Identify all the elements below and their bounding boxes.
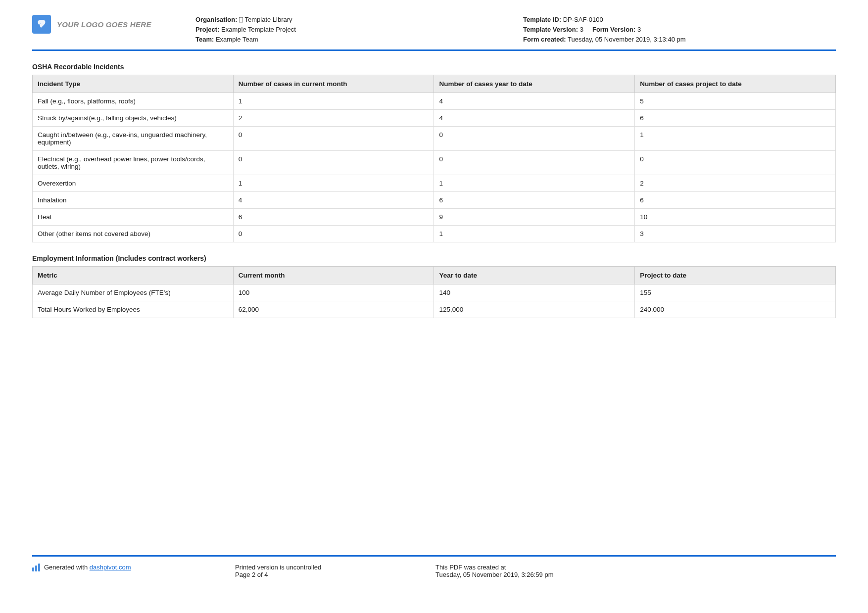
section-title-osha: OSHA Recordable Incidents — [32, 63, 836, 71]
table-row: Average Daily Number of Employees (FTE's… — [33, 284, 836, 301]
table-row: Struck by/against(e.g., falling objects,… — [33, 110, 836, 127]
table-header: Project to date — [635, 267, 836, 284]
table-cell: 2 — [635, 175, 836, 192]
table-cell: Total Hours Worked by Employees — [33, 301, 234, 318]
table-cell: 155 — [635, 284, 836, 301]
page-number-text: Page 2 of 4 — [235, 571, 435, 578]
table-cell: 6 — [434, 192, 635, 209]
table-cell: 1 — [434, 226, 635, 242]
table-cell: 5 — [635, 93, 836, 110]
table-cell: 1 — [233, 93, 434, 110]
table-row: Overexertion112 — [33, 175, 836, 192]
header-meta-left: Organisation: ⎕ Template Library Project… — [195, 15, 508, 45]
document-footer: Generated with dashpivot.com Printed ver… — [32, 555, 836, 578]
table-cell: 10 — [635, 209, 836, 226]
section-title-employment: Employment Information (Includes contrac… — [32, 254, 836, 262]
table-cell: 100 — [233, 284, 434, 301]
table-cell: 9 — [434, 209, 635, 226]
table-cell: 140 — [434, 284, 635, 301]
logo-block: YOUR LOGO GOES HERE — [32, 15, 181, 34]
logo-icon — [32, 15, 51, 34]
table-cell: 0 — [233, 226, 434, 242]
table-cell: 0 — [233, 127, 434, 151]
table-cell: 2 — [233, 110, 434, 127]
table-cell: 0 — [434, 151, 635, 175]
table-cell: 4 — [434, 110, 635, 127]
table-header: Number of cases year to date — [434, 75, 635, 93]
table-header: Current month — [233, 267, 434, 284]
logo-placeholder-text: YOUR LOGO GOES HERE — [57, 20, 151, 29]
table-cell: 6 — [233, 209, 434, 226]
table-cell: Struck by/against(e.g., falling objects,… — [33, 110, 234, 127]
table-cell: 6 — [635, 110, 836, 127]
dashpivot-link[interactable]: dashpivot.com — [90, 564, 131, 571]
osha-incidents-table: Incident Type Number of cases in current… — [32, 75, 836, 242]
table-cell: 0 — [434, 127, 635, 151]
table-cell: Average Daily Number of Employees (FTE's… — [33, 284, 234, 301]
table-cell: 0 — [635, 151, 836, 175]
table-cell: 6 — [635, 192, 836, 209]
printed-uncontrolled-text: Printed version is uncontrolled — [235, 564, 435, 571]
table-cell: Fall (e.g., floors, platforms, roofs) — [33, 93, 234, 110]
table-cell: 4 — [434, 93, 635, 110]
bars-icon — [32, 564, 40, 571]
pdf-created-date: Tuesday, 05 November 2019, 3:26:59 pm — [435, 571, 836, 578]
table-header: Incident Type — [33, 75, 234, 93]
table-row: Total Hours Worked by Employees62,000125… — [33, 301, 836, 318]
employment-info-table: Metric Current month Year to date Projec… — [32, 266, 836, 318]
table-row: Inhalation466 — [33, 192, 836, 209]
table-cell: 1 — [434, 175, 635, 192]
table-cell: 1 — [233, 175, 434, 192]
table-cell: 125,000 — [434, 301, 635, 318]
table-row: Heat6910 — [33, 209, 836, 226]
table-cell: Heat — [33, 209, 234, 226]
table-header: Metric — [33, 267, 234, 284]
table-header: Year to date — [434, 267, 635, 284]
header-meta-right: Template ID: DP-SAF-0100 Template Versio… — [523, 15, 836, 45]
table-cell: 1 — [635, 127, 836, 151]
table-cell: Overexertion — [33, 175, 234, 192]
table-cell: Electrical (e.g., overhead power lines, … — [33, 151, 234, 175]
table-cell: 62,000 — [233, 301, 434, 318]
table-cell: 3 — [635, 226, 836, 242]
table-header: Number of cases in current month — [233, 75, 434, 93]
table-row: Caught in/between (e.g., cave-ins, ungua… — [33, 127, 836, 151]
table-row: Electrical (e.g., overhead power lines, … — [33, 151, 836, 175]
generated-with-text: Generated with — [44, 564, 90, 571]
table-header: Number of cases project to date — [635, 75, 836, 93]
pdf-created-label: This PDF was created at — [435, 564, 836, 571]
table-row: Other (other items not covered above)013 — [33, 226, 836, 242]
document-header: YOUR LOGO GOES HERE Organisation: ⎕ Temp… — [32, 15, 836, 51]
table-cell: 0 — [233, 151, 434, 175]
table-cell: Other (other items not covered above) — [33, 226, 234, 242]
table-cell: Inhalation — [33, 192, 234, 209]
table-cell: Caught in/between (e.g., cave-ins, ungua… — [33, 127, 234, 151]
table-cell: 4 — [233, 192, 434, 209]
table-row: Fall (e.g., floors, platforms, roofs)145 — [33, 93, 836, 110]
table-cell: 240,000 — [635, 301, 836, 318]
